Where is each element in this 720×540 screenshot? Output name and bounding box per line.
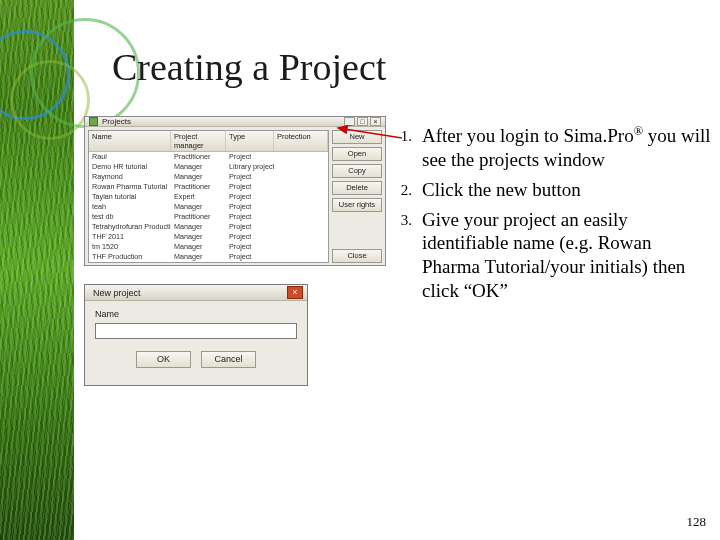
column-headers: Name Project manager Type Protection <box>89 131 328 152</box>
page-number: 128 <box>687 514 707 530</box>
instruction-item: 2. Click the new button <box>396 178 714 202</box>
project-name-input[interactable] <box>95 323 297 339</box>
cell: Manager <box>171 232 226 242</box>
dialog-buttons: OK Cancel <box>95 351 297 368</box>
cell <box>274 232 328 242</box>
cell: Raymond <box>89 172 171 182</box>
instruction-text: After you login to Sima.Pro® you will se… <box>422 124 714 172</box>
cell: Project <box>226 172 274 182</box>
delete-button[interactable]: Delete <box>332 181 382 195</box>
cell: Tetrahydrofuran Production <box>89 222 171 232</box>
cell: test db <box>89 212 171 222</box>
cell: teah <box>89 202 171 212</box>
window-controls: _ □ × <box>344 117 381 126</box>
cell: Project <box>226 252 274 262</box>
copy-button[interactable]: Copy <box>332 164 382 178</box>
cell: Taylan tutorial <box>89 192 171 202</box>
table-row[interactable]: THF ProductionManagerProject <box>89 252 328 262</box>
cell: Project <box>226 152 274 162</box>
cell: Demo HR tutorial <box>89 162 171 172</box>
app-icon <box>89 117 98 126</box>
spacer <box>332 215 382 246</box>
table-row[interactable]: Rowan Pharma TutorialPractitionerProject <box>89 182 328 192</box>
col-manager[interactable]: Project manager <box>171 131 226 151</box>
col-name[interactable]: Name <box>89 131 171 151</box>
项目-rows: RaulPractitionerProjectDemo HR tutorialM… <box>89 152 328 262</box>
cell <box>274 252 328 262</box>
projects-window: Projects _ □ × Name Project manager Type… <box>84 116 386 266</box>
titlebar: New project × <box>85 285 307 301</box>
cell: tm 1520 <box>89 242 171 252</box>
user-rights-button[interactable]: User rights <box>332 198 382 212</box>
cell: Project <box>226 232 274 242</box>
cell <box>274 182 328 192</box>
decorative-arc <box>10 60 90 140</box>
cell <box>274 162 328 172</box>
instruction-text: Click the new button <box>422 178 714 202</box>
titlebar: Projects _ □ × <box>85 117 385 127</box>
slide: Creating a Project Projects _ □ × Name P… <box>0 0 720 540</box>
cell <box>274 242 328 252</box>
table-row[interactable]: tm 1520ManagerProject <box>89 242 328 252</box>
maximize-button[interactable]: □ <box>357 117 368 126</box>
instructions: 1. After you login to Sima.Pro® you will… <box>396 124 714 309</box>
cell: Project <box>226 222 274 232</box>
side-buttons: New Open Copy Delete User rights Close <box>332 130 382 263</box>
cell: Project <box>226 182 274 192</box>
table-row[interactable]: Tetrahydrofuran ProductionManagerProject <box>89 222 328 232</box>
minimize-button[interactable]: _ <box>344 117 355 126</box>
col-protection[interactable]: Protection <box>274 131 328 151</box>
cell: Practitioner <box>171 152 226 162</box>
open-button[interactable]: Open <box>332 147 382 161</box>
close-icon[interactable]: × <box>287 286 303 299</box>
cell: Manager <box>171 242 226 252</box>
list-number: 1. <box>396 124 422 172</box>
cell <box>274 172 328 182</box>
cell: Manager <box>171 172 226 182</box>
close-button[interactable]: × <box>370 117 381 126</box>
cell: Manager <box>171 252 226 262</box>
cell: Raul <box>89 152 171 162</box>
col-type[interactable]: Type <box>226 131 274 151</box>
cell: Manager <box>171 222 226 232</box>
registered-mark: ® <box>634 124 643 138</box>
cell: Manager <box>171 162 226 172</box>
list-number: 3. <box>396 208 422 303</box>
cell <box>274 152 328 162</box>
projects-body: Name Project manager Type Protection Rau… <box>85 127 385 266</box>
new-project-dialog: New project × Name OK Cancel <box>84 284 308 386</box>
table-row[interactable]: THF 2011ManagerProject <box>89 232 328 242</box>
cell: THF Production <box>89 252 171 262</box>
list-number: 2. <box>396 178 422 202</box>
new-button[interactable]: New <box>332 130 382 144</box>
cell <box>274 192 328 202</box>
cell: Project <box>226 192 274 202</box>
instruction-item: 3. Give your project an easily identifia… <box>396 208 714 303</box>
cell: Practitioner <box>171 182 226 192</box>
cell: Expert <box>171 192 226 202</box>
cell: Library project <box>226 162 274 172</box>
cell <box>274 212 328 222</box>
cell: Rowan Pharma Tutorial <box>89 182 171 192</box>
cell: Project <box>226 242 274 252</box>
close-window-button[interactable]: Close <box>332 249 382 263</box>
cell: Project <box>226 212 274 222</box>
dialog-body: Name OK Cancel <box>85 301 307 374</box>
table-row[interactable]: RaymondManagerProject <box>89 172 328 182</box>
instruction-item: 1. After you login to Sima.Pro® you will… <box>396 124 714 172</box>
projects-list[interactable]: Name Project manager Type Protection Rau… <box>88 130 329 263</box>
table-row[interactable]: teahManagerProject <box>89 202 328 212</box>
page-title: Creating a Project <box>112 45 386 89</box>
name-label: Name <box>95 309 297 319</box>
ok-button[interactable]: OK <box>136 351 191 368</box>
table-row[interactable]: RaulPractitionerProject <box>89 152 328 162</box>
cell <box>274 202 328 212</box>
cancel-button[interactable]: Cancel <box>201 351 256 368</box>
cell: THF 2011 <box>89 232 171 242</box>
table-row[interactable]: Demo HR tutorialManagerLibrary project <box>89 162 328 172</box>
instruction-text: Give your project an easily identifiable… <box>422 208 714 303</box>
cell: Manager <box>171 202 226 212</box>
table-row[interactable]: test dbPractitionerProject <box>89 212 328 222</box>
table-row[interactable]: Taylan tutorialExpertProject <box>89 192 328 202</box>
cell <box>274 222 328 232</box>
